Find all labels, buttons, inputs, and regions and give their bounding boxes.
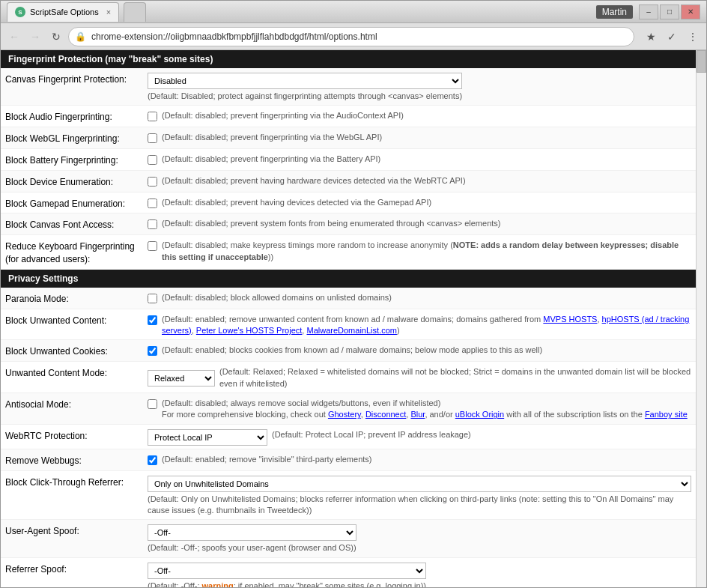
gamepad-enum-label: Block Gamepad Enumeration: xyxy=(5,196,148,210)
referrer-spoof-desc: (Default: -Off-; warning: if enabled, ma… xyxy=(148,581,426,587)
tab-title: ScriptSafe Options xyxy=(30,7,99,16)
unwanted-mode-label: Unwanted Content Mode: xyxy=(5,365,148,380)
fingerprint-section: Fingerprint Protection (may "break" some… xyxy=(1,50,696,270)
canvas-font-checkbox[interactable] xyxy=(148,219,157,229)
webrtc-select[interactable]: Protect Local IP Disabled Enabled xyxy=(148,429,267,446)
unwanted-content-checkbox[interactable] xyxy=(148,315,157,325)
extension-icon: S xyxy=(15,7,25,17)
url-bar[interactable]: 🔒 chrome-extension://oiigbmnaadbkfbmpbfj… xyxy=(68,27,634,46)
unwanted-cookies-control: (Default: enabled; blocks cookies from k… xyxy=(148,343,691,356)
referrer-desc: (Default: Only on Unwhitelisted Domains;… xyxy=(148,494,691,517)
webgl-fp-checkbox[interactable] xyxy=(148,133,157,143)
mvps-link[interactable]: MVPS HOSTS xyxy=(543,315,597,324)
scrollbar-thumb[interactable] xyxy=(697,50,706,73)
canvas-fp-row: Canvas Fingerprint Protection: Disabled … xyxy=(1,68,696,106)
paranoia-row: Paranoia Mode: (Default: disabled; block… xyxy=(1,288,696,309)
webbugs-control: (Default: enabled; remove "invisible" th… xyxy=(148,452,691,465)
unwanted-content-control: (Default: enabled; remove unwanted conte… xyxy=(148,312,691,337)
audio-fp-label: Block Audio Fingerprinting: xyxy=(5,109,148,124)
webbugs-checkbox[interactable] xyxy=(148,455,157,465)
unwanted-mode-desc: (Default: Relaxed; Relaxed = whitelisted… xyxy=(219,366,691,390)
audio-fp-checkbox[interactable] xyxy=(148,112,157,121)
unwanted-cookies-row: Block Unwanted Cookies: (Default: enable… xyxy=(1,340,696,362)
antisocial-checkbox[interactable] xyxy=(148,399,157,409)
blur-link[interactable]: Blur xyxy=(410,410,425,419)
bookmark-icon[interactable]: ★ xyxy=(642,28,660,46)
user-name: Martin xyxy=(596,5,633,19)
webbugs-row: Remove Webbugs: (Default: enabled; remov… xyxy=(1,449,696,471)
unwanted-mode-select[interactable]: Relaxed Strict xyxy=(148,370,215,387)
referrer-row: Block Click-Through Referrer: Only on Un… xyxy=(1,471,696,521)
close-button[interactable]: ✕ xyxy=(681,4,700,19)
main-content: Fingerprint Protection (may "break" some… xyxy=(1,50,696,587)
battery-fp-checkbox[interactable] xyxy=(148,155,157,165)
device-enum-row: Block Device Enumeration: (Default: disa… xyxy=(1,171,696,193)
paranoia-control: (Default: disabled; block allowed domain… xyxy=(148,291,691,303)
privacy-header: Privacy Settings xyxy=(1,270,696,288)
canvas-fp-desc: (Default: Disabled; protect against fing… xyxy=(148,91,462,102)
webbugs-label: Remove Webbugs: xyxy=(5,452,148,467)
referrer-spoof-warning: warning xyxy=(202,581,234,587)
active-tab[interactable]: S ScriptSafe Options × xyxy=(7,2,119,22)
canvas-fp-select[interactable]: Disabled Enabled xyxy=(148,73,462,89)
antisocial-row: Antisocial Mode: (Default: disabled; alw… xyxy=(1,393,696,425)
webrtc-desc: (Default: Protect Local IP; prevent IP a… xyxy=(272,429,691,440)
new-tab[interactable] xyxy=(124,2,146,22)
menu-icon[interactable]: ⋮ xyxy=(684,28,702,46)
keyboard-fp-desc: (Default: disabled; make keypress timing… xyxy=(162,240,691,263)
unwanted-cookies-desc: (Default: enabled; blocks cookies from k… xyxy=(162,345,691,356)
maximize-button[interactable]: □ xyxy=(660,4,679,19)
disconnect-link[interactable]: Disconnect xyxy=(365,410,406,419)
paranoia-desc: (Default: disabled; block allowed domain… xyxy=(162,292,691,303)
useragent-desc: (Default: -Off-; spoofs your user-agent … xyxy=(148,542,356,554)
scrollbar[interactable] xyxy=(696,50,706,587)
battery-fp-label: Block Battery Fingerprinting: xyxy=(5,152,148,167)
device-enum-checkbox[interactable] xyxy=(148,177,157,187)
audio-fp-desc: (Default: disabled; prevent fingerprinti… xyxy=(162,110,691,121)
keyboard-fp-note: NOTE: adds a random delay between keypre… xyxy=(162,240,679,261)
forward-button[interactable]: → xyxy=(26,28,44,46)
malware-link[interactable]: MalwareDomainList.com xyxy=(306,326,396,335)
minimize-button[interactable]: – xyxy=(639,4,658,19)
battery-fp-control: (Default: disabled; prevent fingerprinti… xyxy=(148,152,691,165)
unwanted-cookies-checkbox[interactable] xyxy=(148,346,157,356)
canvas-font-desc: (Default: disabled; prevent system fonts… xyxy=(162,218,691,229)
battery-fp-desc: (Default: disabled; prevent fingerprinti… xyxy=(162,154,691,165)
webrtc-label: WebRTC Protection: xyxy=(5,428,148,443)
gamepad-enum-control: (Default: disabled; prevent having devic… xyxy=(148,196,691,208)
referrer-label: Block Click-Through Referrer: xyxy=(5,474,148,489)
peterlowe-link[interactable]: Peter Lowe's HOSTS Project xyxy=(196,326,303,335)
useragent-label: User-Agent Spoof: xyxy=(5,523,148,538)
tab-close-button[interactable]: × xyxy=(106,7,111,16)
extension-action-icon[interactable]: ✓ xyxy=(663,28,681,46)
useragent-control: -Off- Random (Default: -Off-; spoofs you… xyxy=(148,523,691,554)
fanboy-link[interactable]: Fanboy site xyxy=(645,410,688,419)
keyboard-fp-checkbox[interactable] xyxy=(148,241,157,251)
ghostery-link[interactable]: Ghostery xyxy=(328,410,361,419)
referrer-spoof-label: Referrer Spoof: xyxy=(5,561,148,576)
unwanted-content-label: Block Unwanted Content: xyxy=(5,312,148,327)
paranoia-label: Paranoia Mode: xyxy=(5,291,148,306)
referrer-spoof-select[interactable]: -Off- Random xyxy=(148,563,426,579)
unwanted-mode-control: Relaxed Strict (Default: Relaxed; Relaxe… xyxy=(148,365,691,390)
paranoia-checkbox[interactable] xyxy=(148,294,157,303)
canvas-fp-label: Canvas Fingerprint Protection: xyxy=(5,71,148,86)
audio-fp-row: Block Audio Fingerprinting: (Default: di… xyxy=(1,106,696,127)
nav-bar: ← → ↻ 🔒 chrome-extension://oiigbmnaadbkf… xyxy=(1,23,706,50)
referrer-select[interactable]: Only on Unwhitelisted Domains On All Dom… xyxy=(148,476,691,492)
refresh-button[interactable]: ↻ xyxy=(47,28,65,46)
useragent-select[interactable]: -Off- Random xyxy=(148,524,356,541)
title-bar-right: Martin – □ ✕ xyxy=(596,4,700,19)
webgl-fp-label: Block WebGL Fingerprinting: xyxy=(5,130,148,145)
antisocial-label: Antisocial Mode: xyxy=(5,396,148,411)
battery-fp-row: Block Battery Fingerprinting: (Default: … xyxy=(1,149,696,171)
browser-window: S ScriptSafe Options × Martin – □ ✕ ← → … xyxy=(0,0,707,588)
ublockorigin-link[interactable]: uBlock Origin xyxy=(455,410,504,419)
canvas-font-control: (Default: disabled; prevent system fonts… xyxy=(148,216,691,229)
webgl-fp-control: (Default: disabled; prevent fingerprinti… xyxy=(148,130,691,143)
device-enum-label: Block Device Enumeration: xyxy=(5,174,148,189)
device-enum-control: (Default: disabled; prevent having hardw… xyxy=(148,174,691,187)
gamepad-enum-checkbox[interactable] xyxy=(148,198,157,208)
referrer-spoof-control: -Off- Random (Default: -Off-; warning: i… xyxy=(148,561,691,587)
back-button[interactable]: ← xyxy=(5,28,23,46)
